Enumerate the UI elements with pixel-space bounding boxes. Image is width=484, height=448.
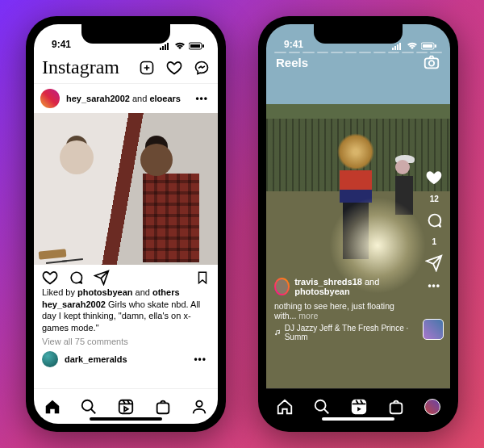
nav-reels-icon[interactable] — [117, 398, 135, 416]
wifi-icon — [407, 42, 418, 50]
reels-like-icon[interactable] — [425, 169, 443, 186]
home-indicator — [90, 417, 162, 421]
reels-share-icon[interactable] — [425, 254, 443, 272]
reels-like-count: 12 — [430, 195, 439, 203]
status-time: 9:41 — [52, 39, 71, 50]
post-authors[interactable]: hey_sarah2002 and eloears — [66, 94, 192, 103]
reels-caption[interactable]: nothing to see here, just floating with.… — [274, 301, 415, 320]
svg-point-21 — [315, 400, 326, 410]
next-post-header: dark_emeralds ••• — [34, 348, 218, 369]
post-caption: hey_sarah2002 Girls who skate nbd. All d… — [34, 297, 218, 335]
status-time: 9:41 — [284, 39, 303, 50]
music-note-icon — [274, 329, 282, 337]
scene-dancer — [336, 133, 375, 270]
screen-reels: 9:41 Reels — [266, 24, 450, 424]
nav-profile-icon[interactable] — [190, 398, 208, 416]
svg-rect-0 — [160, 48, 161, 50]
screen-feed: 9:41 Instagram hey_sarah2002 and eloears — [34, 24, 218, 424]
feed-header: Instagram — [34, 52, 218, 84]
nav-shop-icon[interactable] — [387, 398, 405, 416]
activity-heart-icon[interactable] — [166, 60, 182, 76]
like-icon[interactable] — [42, 270, 58, 286]
wifi-icon — [174, 42, 186, 50]
battery-icon — [421, 42, 437, 50]
svg-point-11 — [197, 400, 202, 406]
nav-shop-icon[interactable] — [154, 398, 172, 416]
post-action-row — [34, 265, 218, 287]
nav-search-icon[interactable] — [80, 398, 98, 416]
post-avatar[interactable] — [40, 89, 60, 108]
svg-rect-2 — [165, 44, 166, 50]
commenter-name[interactable]: dark_emeralds — [65, 354, 184, 364]
reels-more-icon[interactable]: ••• — [424, 280, 444, 291]
svg-rect-10 — [156, 403, 169, 413]
svg-rect-19 — [425, 58, 439, 68]
next-post-more-icon[interactable]: ••• — [190, 354, 210, 365]
subject-plaid-shirt — [143, 174, 199, 262]
svg-rect-22 — [353, 400, 366, 413]
svg-rect-12 — [392, 48, 394, 50]
comment-icon[interactable] — [68, 270, 84, 286]
nav-reels-icon[interactable] — [350, 398, 368, 416]
svg-rect-14 — [397, 44, 398, 50]
svg-point-20 — [429, 61, 434, 65]
device-notch — [81, 24, 170, 44]
view-comments-link[interactable]: View all 75 comments — [34, 335, 218, 348]
commenter-avatar[interactable] — [42, 351, 58, 367]
reels-comment-icon[interactable] — [425, 211, 443, 229]
svg-rect-13 — [394, 46, 396, 50]
nav-profile-icon[interactable] — [424, 399, 440, 415]
svg-rect-3 — [167, 43, 169, 50]
messenger-icon[interactable] — [194, 60, 210, 76]
post-more-icon[interactable]: ••• — [192, 93, 211, 104]
post-image[interactable] — [34, 113, 218, 265]
reels-audio-thumb[interactable] — [423, 319, 444, 340]
reels-topbar: Reels — [266, 53, 450, 71]
battery-icon — [189, 42, 205, 50]
reels-info: travis_shreds18 and photosbyean nothing … — [274, 277, 415, 341]
home-indicator — [322, 417, 394, 421]
feed-scroll[interactable]: hey_sarah2002 and eloears ••• Liked by p… — [34, 84, 218, 388]
post-header: hey_sarah2002 and eloears ••• — [34, 84, 218, 113]
reels-video[interactable]: Reels 12 1 ••• travis_shreds18 and photo… — [266, 24, 450, 388]
reels-right-actions: 12 1 ••• — [424, 169, 444, 291]
nav-home-icon[interactable] — [44, 398, 61, 416]
svg-rect-1 — [162, 46, 164, 50]
camera-icon[interactable] — [423, 53, 440, 71]
phone-reels: 9:41 Reels — [258, 16, 458, 432]
instagram-logo[interactable]: Instagram — [42, 57, 139, 78]
svg-rect-15 — [399, 43, 401, 50]
reels-title: Reels — [276, 56, 308, 69]
svg-rect-9 — [119, 400, 133, 413]
likes-line[interactable]: Liked by photosbyean and others — [34, 287, 218, 297]
svg-rect-18 — [435, 44, 436, 48]
svg-rect-23 — [390, 403, 403, 413]
svg-point-8 — [82, 400, 93, 410]
scene-second-person — [395, 155, 416, 244]
nav-search-icon[interactable] — [313, 398, 331, 416]
phone-feed: 9:41 Instagram hey_sarah2002 and eloears — [26, 16, 226, 432]
status-icons — [392, 42, 437, 50]
share-icon[interactable] — [94, 270, 110, 286]
save-icon[interactable] — [195, 270, 210, 286]
nav-home-icon[interactable] — [276, 398, 294, 416]
svg-rect-6 — [202, 44, 204, 48]
reels-comment-count: 1 — [432, 237, 436, 246]
svg-rect-17 — [423, 44, 432, 48]
svg-rect-5 — [190, 44, 200, 48]
status-icons — [160, 42, 205, 50]
reels-music[interactable]: DJ Jazzy Jeff & The Fresh Prince · Summ — [274, 324, 415, 341]
reels-avatar[interactable] — [274, 278, 290, 295]
skateboard — [39, 249, 67, 259]
new-post-icon[interactable] — [139, 60, 155, 76]
reels-author-row[interactable]: travis_shreds18 and photosbyean — [274, 277, 415, 296]
device-notch — [314, 24, 403, 44]
